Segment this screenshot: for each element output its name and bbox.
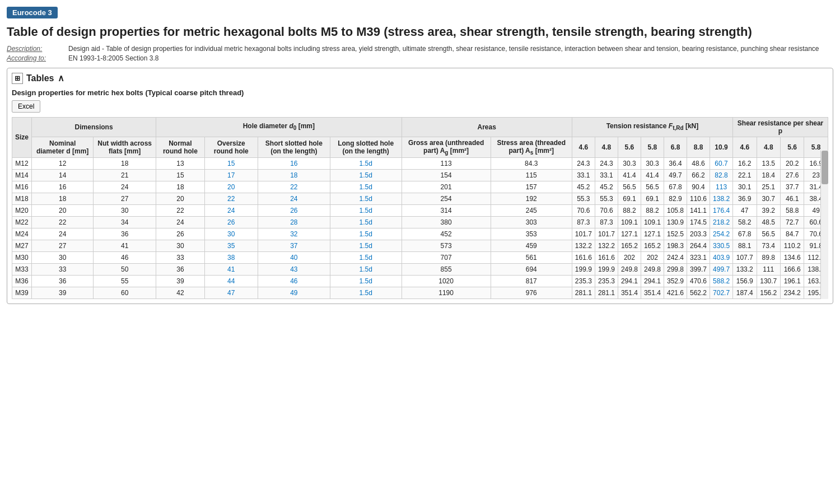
cell-gross: 154 [402, 169, 491, 181]
cell-t56: 249.8 [618, 263, 641, 275]
cell-s48: 18.4 [757, 169, 780, 181]
cell-long: 1.5d [330, 157, 402, 169]
cell-t88: 470.6 [687, 275, 710, 287]
cell-s48: 111 [757, 263, 780, 275]
col-nut: Nut width across flats [mm] [94, 137, 156, 157]
table-subtitle: Design properties for metric hex bolts (… [12, 88, 828, 97]
cell-t109: 702.7 [710, 287, 733, 298]
according-label: According to: [7, 54, 63, 62]
cell-gross: 1020 [402, 275, 491, 287]
cell-s48: 39.2 [757, 204, 780, 216]
cell-s56: 20.2 [780, 157, 804, 169]
cell-size: M30 [12, 251, 32, 263]
cell-t88: 141.1 [687, 204, 710, 216]
cell-s56: 196.1 [780, 275, 804, 287]
cell-stress: 694 [491, 263, 572, 275]
cell-over: 15 [204, 157, 258, 169]
cell-s48: 25.1 [757, 181, 780, 193]
cell-over: 30 [204, 228, 258, 240]
cell-nut: 55 [94, 275, 156, 287]
cell-t46: 132.2 [572, 240, 595, 251]
cell-normal: 24 [156, 216, 205, 228]
cell-stress: 976 [491, 287, 572, 298]
scrollbar-thumb[interactable] [822, 151, 828, 184]
cell-t68: 130.9 [664, 216, 687, 228]
table-row: M3939604247491.5d1190976281.1281.1351.43… [12, 287, 828, 298]
cell-t88: 110.6 [687, 193, 710, 204]
group-dimensions: Dimensions [32, 117, 156, 137]
cell-nut: 24 [94, 181, 156, 193]
cell-short: 32 [258, 228, 330, 240]
cell-normal: 22 [156, 204, 205, 216]
cell-stress: 459 [491, 240, 572, 251]
cell-nom: 18 [32, 193, 94, 204]
cell-gross: 573 [402, 240, 491, 251]
cell-t109: 82.8 [710, 169, 733, 181]
collapse-icon[interactable]: ∧ [58, 73, 64, 83]
cell-short: 26 [258, 204, 330, 216]
cell-size: M36 [12, 275, 32, 287]
group-header-row: Size Dimensions Hole diameter d0 [mm] Ar… [12, 117, 828, 137]
cell-t46: 281.1 [572, 287, 595, 298]
cell-t68: 352.9 [664, 275, 687, 287]
table-body: M1212181315161.5d11384.324.324.330.330.3… [12, 157, 828, 298]
cell-long: 1.5d [330, 181, 402, 193]
cell-t46: 45.2 [572, 181, 595, 193]
cell-long: 1.5d [330, 169, 402, 181]
group-shear: Shear resistance per shear p [733, 117, 828, 137]
cell-stress: 817 [491, 275, 572, 287]
cell-nom: 39 [32, 287, 94, 298]
cell-nom: 12 [32, 157, 94, 169]
col-t88: 8.8 [687, 137, 710, 157]
cell-gross: 1190 [402, 287, 491, 298]
cell-t68: 152.5 [664, 228, 687, 240]
main-table: Size Dimensions Hole diameter d0 [mm] Ar… [12, 117, 828, 299]
cell-short: 46 [258, 275, 330, 287]
cell-stress: 192 [491, 193, 572, 204]
cell-gross: 113 [402, 157, 491, 169]
cell-gross: 201 [402, 181, 491, 193]
cell-s46: 156.9 [733, 275, 757, 287]
cell-t56: 69.1 [618, 193, 641, 204]
cell-t48: 45.2 [595, 181, 618, 193]
cell-s46: 58.2 [733, 216, 757, 228]
cell-s48: 89.8 [757, 251, 780, 263]
cell-s46: 22.1 [733, 169, 757, 181]
cell-normal: 13 [156, 157, 205, 169]
cell-normal: 26 [156, 228, 205, 240]
cell-s46: 67.8 [733, 228, 757, 240]
cell-t48: 70.6 [595, 204, 618, 216]
cell-t88: 399.7 [687, 263, 710, 275]
cell-s46: 187.4 [733, 287, 757, 298]
col-long: Long slotted hole (on the length) [330, 137, 402, 157]
cell-s48: 73.4 [757, 240, 780, 251]
cell-t88: 562.2 [687, 287, 710, 298]
cell-t109: 138.2 [710, 193, 733, 204]
cell-size: M16 [12, 181, 32, 193]
cell-short: 40 [258, 251, 330, 263]
cell-t88: 323.1 [687, 251, 710, 263]
scrollbar[interactable] [820, 151, 828, 299]
table-row: M1616241820221.5d20115745.245.256.556.56… [12, 181, 828, 193]
cell-t48: 33.1 [595, 169, 618, 181]
cell-t48: 24.3 [595, 157, 618, 169]
cell-normal: 42 [156, 287, 205, 298]
cell-t58: 56.5 [641, 181, 664, 193]
cell-t68: 67.8 [664, 181, 687, 193]
cell-gross: 314 [402, 204, 491, 216]
cell-nom: 27 [32, 240, 94, 251]
cell-stress: 353 [491, 228, 572, 240]
col-t68: 6.8 [664, 137, 687, 157]
cell-stress: 561 [491, 251, 572, 263]
cell-t109: 218.2 [710, 216, 733, 228]
cell-stress: 245 [491, 204, 572, 216]
cell-size: M24 [12, 228, 32, 240]
cell-long: 1.5d [330, 251, 402, 263]
cell-short: 43 [258, 263, 330, 275]
cell-s56: 84.7 [780, 228, 804, 240]
cell-t48: 199.9 [595, 263, 618, 275]
cell-t88: 174.5 [687, 216, 710, 228]
excel-button[interactable]: Excel [12, 100, 40, 113]
cell-over: 17 [204, 169, 258, 181]
cell-over: 41 [204, 263, 258, 275]
